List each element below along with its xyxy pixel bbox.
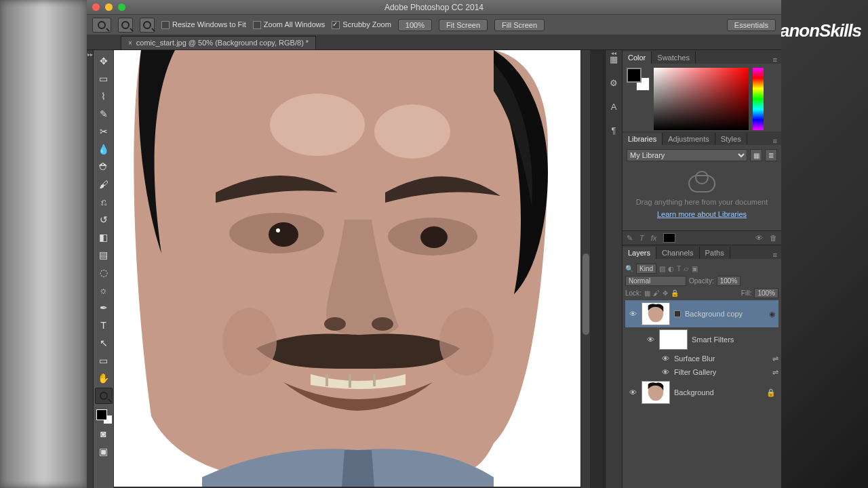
path-select-tool[interactable]: ↖: [95, 335, 113, 351]
tab-libraries[interactable]: Libraries: [623, 133, 663, 145]
quick-select-tool[interactable]: ✎: [95, 106, 113, 122]
toggle-visibility-icon[interactable]: 👁: [755, 234, 763, 242]
resize-windows-checkbox[interactable]: Resize Windows to Fit: [161, 20, 246, 29]
hue-slider[interactable]: [753, 68, 764, 130]
healing-brush-tool[interactable]: ⛑: [95, 159, 113, 175]
document-tab[interactable]: × comic_start.jpg @ 50% (Background copy…: [121, 36, 316, 49]
move-tool[interactable]: ✥: [95, 53, 113, 69]
history-brush-tool[interactable]: ↺: [95, 211, 113, 228]
lock-position-button[interactable]: ✥: [663, 289, 668, 297]
dodge-tool[interactable]: ☼: [95, 282, 113, 298]
visibility-toggle[interactable]: 👁: [646, 336, 655, 344]
canvas-vertical-scrollbar[interactable]: [580, 50, 590, 488]
marquee-tool[interactable]: ▭: [95, 70, 113, 87]
smart-filters-row[interactable]: 👁 Smart Filters: [625, 327, 778, 352]
tab-swatches[interactable]: Swatches: [652, 52, 696, 64]
filter-filter-gallery[interactable]: 👁 Filter Gallery ⇌: [625, 365, 778, 379]
paragraph-panel-icon[interactable]: ¶: [612, 125, 616, 136]
crop-tool[interactable]: ✂: [95, 123, 113, 140]
filter-smart-icon[interactable]: ▣: [692, 265, 698, 272]
library-list-view-button[interactable]: ≣: [765, 149, 777, 161]
zoom-out-button[interactable]: [140, 18, 155, 33]
type-tool[interactable]: T: [95, 317, 113, 333]
fit-screen-button[interactable]: Fit Screen: [439, 19, 488, 31]
layer-thumbnail[interactable]: [642, 302, 670, 325]
lock-icon: 🔒: [766, 388, 776, 397]
expand-dock-button[interactable]: ◂◂: [611, 50, 616, 56]
left-dock-collapse[interactable]: ▸▸: [87, 50, 94, 488]
visibility-toggle[interactable]: 👁: [628, 310, 637, 318]
hand-tool[interactable]: ✋: [95, 370, 113, 386]
tab-styles[interactable]: Styles: [715, 133, 747, 145]
character-panel-icon[interactable]: A: [611, 102, 617, 112]
fx-icon[interactable]: fx: [651, 234, 657, 242]
filter-shape-icon[interactable]: ▱: [684, 265, 689, 272]
layers-panel-menu[interactable]: ≡: [769, 251, 781, 259]
filter-blend-options-icon[interactable]: ⇌: [772, 368, 778, 377]
pen-tool[interactable]: ✒: [95, 300, 113, 316]
layer-background-copy[interactable]: 👁 Background copy ◉: [625, 300, 778, 327]
clone-stamp-tool[interactable]: ⎌: [95, 194, 113, 210]
scrollbar-thumb[interactable]: [583, 253, 589, 335]
zoom-in-button[interactable]: [118, 18, 133, 33]
blur-tool[interactable]: ◌: [95, 264, 113, 281]
fill-value[interactable]: 100%: [754, 288, 778, 298]
filter-pixel-icon[interactable]: ▧: [659, 265, 665, 272]
eyedropper-tool[interactable]: 💧: [95, 141, 113, 157]
layer-filter-kind[interactable]: Kind: [636, 264, 656, 274]
lock-all-button[interactable]: 🔒: [671, 289, 679, 297]
opacity-value[interactable]: 100%: [717, 276, 741, 286]
lock-trans-button[interactable]: ▦: [644, 289, 650, 297]
library-grid-view-button[interactable]: ▦: [750, 149, 762, 161]
color-field[interactable]: [654, 68, 749, 130]
tab-channels[interactable]: Channels: [656, 247, 699, 259]
filter-type-icon[interactable]: T: [677, 265, 681, 272]
tab-adjustments[interactable]: Adjustments: [663, 133, 715, 145]
workspace-switcher[interactable]: Essentials: [727, 19, 776, 31]
layer-thumbnail[interactable]: [642, 381, 670, 404]
library-learn-link[interactable]: Learn more about Libraries: [631, 210, 773, 218]
quick-mask-button[interactable]: ◙: [95, 426, 113, 442]
current-tool-indicator[interactable]: [92, 18, 111, 33]
blend-mode-select[interactable]: Normal: [625, 276, 686, 286]
scrubby-label: Scrubby Zoom: [342, 20, 391, 28]
zoom-tool[interactable]: [95, 388, 113, 404]
layer-background[interactable]: 👁 Background 🔒: [625, 379, 778, 406]
foreground-color-swatch[interactable]: [96, 409, 107, 420]
color-panel-menu[interactable]: ≡: [769, 56, 781, 64]
zoom-all-checkbox[interactable]: Zoom All Windows: [253, 20, 325, 29]
tab-paths[interactable]: Paths: [700, 247, 730, 259]
tab-color[interactable]: Color: [623, 52, 652, 64]
scrubby-zoom-checkbox[interactable]: Scrubby Zoom: [332, 20, 391, 29]
fill-swatch[interactable]: [663, 233, 675, 243]
zoom-100-button[interactable]: 100%: [398, 19, 432, 31]
filter-blend-options-icon[interactable]: ⇌: [772, 354, 778, 363]
visibility-toggle[interactable]: 👁: [660, 368, 670, 376]
smart-filter-mask[interactable]: [659, 329, 688, 350]
layer-name: Background: [674, 388, 714, 396]
close-tab-button[interactable]: ×: [128, 39, 132, 47]
foreground-background-swatch[interactable]: [95, 408, 113, 424]
library-select[interactable]: My Library: [627, 149, 747, 161]
smart-filter-toggle-icon[interactable]: ◉: [769, 310, 776, 319]
brush-preset-icon[interactable]: ✎: [627, 234, 633, 243]
trash-icon[interactable]: 🗑: [770, 234, 777, 242]
libraries-panel-menu[interactable]: ≡: [769, 137, 781, 145]
lasso-tool[interactable]: ⌇: [95, 88, 113, 104]
properties-panel-icon[interactable]: ⚙: [610, 78, 618, 88]
filter-surface-blur[interactable]: 👁 Surface Blur ⇌: [625, 352, 778, 365]
brush-tool[interactable]: 🖌: [95, 176, 113, 192]
fill-screen-button[interactable]: Fill Screen: [494, 19, 545, 31]
gradient-tool[interactable]: ▤: [95, 247, 113, 263]
document-canvas[interactable]: [114, 50, 580, 487]
filter-adjust-icon[interactable]: ◐: [668, 265, 674, 272]
shape-tool[interactable]: ▭: [95, 352, 113, 369]
type-preset-icon[interactable]: T: [639, 234, 644, 242]
visibility-toggle[interactable]: 👁: [660, 354, 670, 363]
screen-mode-button[interactable]: ▣: [95, 443, 113, 460]
color-fg-bg-swatch[interactable]: [627, 68, 650, 91]
lock-pixels-button[interactable]: 🖌: [653, 289, 660, 297]
visibility-toggle[interactable]: 👁: [628, 388, 637, 396]
eraser-tool[interactable]: ◧: [95, 229, 113, 245]
tab-layers[interactable]: Layers: [623, 247, 656, 259]
